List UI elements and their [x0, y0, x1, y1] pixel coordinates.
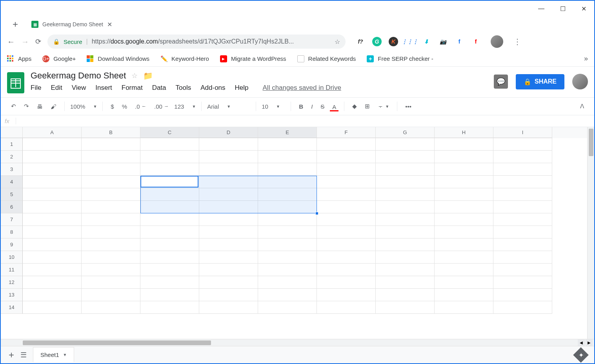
whatfont-extension-icon[interactable]: f?	[356, 37, 365, 46]
borders-button[interactable]: ⊞	[362, 100, 372, 112]
browser-profile-avatar[interactable]	[491, 35, 503, 48]
horizontal-scrollbar[interactable]: ◀ ▶	[1, 339, 594, 346]
col-header-H[interactable]: H	[435, 127, 493, 138]
new-tab-button[interactable]: +	[9, 19, 22, 30]
add-sheet-button[interactable]: +	[9, 349, 14, 360]
menu-addons[interactable]: Add-ons	[200, 84, 225, 92]
row-header-13[interactable]: 13	[1, 289, 23, 301]
explore-button[interactable]: ✦	[573, 347, 589, 363]
bookmarks-overflow-button[interactable]: »	[584, 55, 588, 63]
star-document-button[interactable]: ☆	[131, 71, 138, 80]
back-button[interactable]: ←	[7, 37, 15, 46]
bookmark-related-keywords[interactable]: Related Keywords	[297, 55, 356, 62]
maximize-button[interactable]: ☐	[560, 5, 566, 13]
sheet-tab-1[interactable]: Sheet1 ▼	[33, 347, 74, 362]
minimize-button[interactable]: —	[538, 5, 544, 12]
col-header-G[interactable]: G	[376, 127, 435, 138]
vertical-scrollbar[interactable]	[587, 127, 594, 339]
grammarly-extension-icon[interactable]: G	[372, 37, 382, 46]
percent-button[interactable]: %	[120, 101, 129, 112]
formula-input[interactable]	[16, 118, 590, 124]
row-header-7[interactable]: 7	[1, 213, 23, 226]
close-window-button[interactable]: ✕	[581, 5, 586, 13]
bookmark-migrate-wordpress[interactable]: ▶ Migrate a WordPress	[220, 55, 286, 62]
scroll-left-button[interactable]: ◀	[578, 339, 585, 346]
redo-button[interactable]: ↷	[22, 100, 31, 112]
vertical-scroll-thumb[interactable]	[589, 129, 593, 156]
font-dropdown[interactable]: Arial ▼	[207, 103, 250, 110]
strikethrough-button[interactable]: S	[318, 101, 327, 112]
col-header-A[interactable]: A	[23, 127, 82, 138]
col-header-F[interactable]: F	[317, 127, 376, 138]
forward-button[interactable]: →	[21, 37, 29, 46]
currency-button[interactable]: $	[108, 101, 116, 112]
save-status[interactable]: All changes saved in Drive	[263, 84, 341, 92]
facebook-extension-icon[interactable]: f	[455, 37, 464, 46]
row-header-3[interactable]: 3	[1, 163, 23, 176]
col-header-I[interactable]: I	[493, 127, 552, 138]
more-toolbar-button[interactable]: •••	[403, 101, 414, 112]
tab-close-button[interactable]: ✕	[107, 21, 112, 28]
bookmark-star-button[interactable]: ☆	[335, 38, 340, 46]
bookmark-download-windows[interactable]: Download Windows	[87, 55, 149, 62]
document-title[interactable]: Geekermag Demo Sheet	[31, 71, 126, 81]
select-all-corner[interactable]	[1, 127, 23, 138]
download-extension-icon[interactable]: ⬇	[422, 37, 431, 46]
italic-button[interactable]: I	[309, 101, 315, 112]
account-avatar[interactable]	[572, 74, 588, 89]
menu-edit[interactable]: Edit	[51, 84, 62, 92]
menu-data[interactable]: Data	[152, 84, 166, 92]
url-bar[interactable]: 🔒 Secure | https://docs.google.com/sprea…	[47, 35, 346, 49]
collapse-toolbar-button[interactable]: ᐱ	[578, 100, 586, 112]
text-color-button[interactable]: A	[330, 101, 338, 111]
print-button[interactable]: 🖶	[35, 101, 45, 112]
col-header-D[interactable]: D	[199, 127, 258, 138]
paint-format-button[interactable]: 🖌	[48, 101, 59, 112]
browser-menu-button[interactable]: ⋮	[513, 37, 521, 46]
fontsize-dropdown[interactable]: 10 ▼	[262, 103, 285, 110]
menu-format[interactable]: Format	[122, 84, 143, 92]
col-header-E[interactable]: E	[258, 127, 317, 138]
bookmark-keyword-hero[interactable]: ✏️ Keyword-Hero	[160, 55, 209, 62]
row-header-9[interactable]: 9	[1, 238, 23, 251]
dots-extension-icon[interactable]: ⋮⋮⋮	[405, 37, 415, 46]
decrease-decimal-button[interactable]: .0←	[133, 101, 149, 112]
red-f-extension-icon[interactable]: f	[471, 37, 480, 46]
horizontal-scroll-thumb[interactable]	[23, 340, 211, 345]
browser-tab[interactable]: ▦ Geekermag Demo Sheet ✕	[26, 18, 118, 31]
keywords-extension-icon[interactable]: K	[389, 37, 398, 46]
row-header-2[interactable]: 2	[1, 151, 23, 163]
cells-grid[interactable]	[23, 138, 552, 314]
row-header-6[interactable]: 6	[1, 201, 23, 213]
increase-decimal-button[interactable]: .00→	[152, 101, 171, 112]
move-folder-button[interactable]: 📁	[143, 71, 153, 80]
row-header-11[interactable]: 11	[1, 264, 23, 276]
menu-insert[interactable]: Insert	[95, 84, 112, 92]
menu-tools[interactable]: Tools	[176, 84, 191, 92]
bookmark-googleplus[interactable]: G+ Google+	[42, 55, 76, 62]
row-header-14[interactable]: 14	[1, 301, 23, 314]
number-format-dropdown[interactable]: 123 ▼	[174, 103, 196, 110]
comments-button[interactable]: 💬	[494, 75, 508, 89]
row-header-4[interactable]: 4	[1, 176, 23, 188]
row-header-1[interactable]: 1	[1, 138, 23, 151]
camera-extension-icon[interactable]: 📷	[438, 37, 448, 46]
bookmark-apps[interactable]: Apps	[7, 55, 31, 62]
row-header-10[interactable]: 10	[1, 251, 23, 264]
menu-view[interactable]: View	[72, 84, 86, 92]
menu-help[interactable]: Help	[235, 84, 249, 92]
col-header-C[interactable]: C	[140, 127, 199, 138]
share-button[interactable]: 🔒 SHARE	[516, 74, 564, 89]
sheets-logo[interactable]	[7, 72, 24, 93]
fill-color-button[interactable]: ◆	[350, 100, 359, 112]
row-header-12[interactable]: 12	[1, 276, 23, 289]
bookmark-serp-checker[interactable]: + Free SERP checker -	[367, 55, 433, 62]
undo-button[interactable]: ↶	[9, 100, 18, 112]
zoom-dropdown[interactable]: 100% ▼	[70, 103, 97, 110]
reload-button[interactable]: ⟳	[35, 37, 41, 46]
row-header-8[interactable]: 8	[1, 226, 23, 238]
row-header-5[interactable]: 5	[1, 188, 23, 201]
bold-button[interactable]: B	[297, 101, 306, 112]
col-header-B[interactable]: B	[82, 127, 140, 138]
all-sheets-button[interactable]: ☰	[20, 351, 27, 359]
